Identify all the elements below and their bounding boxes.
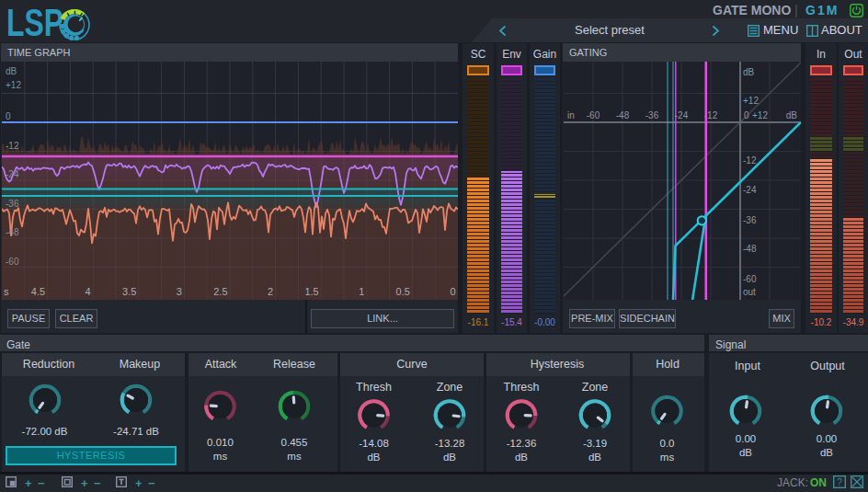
svg-text:LSP: LSP bbox=[6, 1, 63, 42]
svg-text:+12: +12 bbox=[752, 110, 768, 120]
svg-text:-12: -12 bbox=[6, 141, 19, 151]
svg-text:0: 0 bbox=[6, 111, 11, 121]
svg-text:out: out bbox=[743, 287, 756, 297]
svg-text:4.5: 4.5 bbox=[31, 286, 45, 297]
svg-text:s: s bbox=[4, 286, 9, 297]
svg-text:?: ? bbox=[837, 477, 842, 487]
svg-text:2: 2 bbox=[268, 286, 273, 297]
svg-text:3.5: 3.5 bbox=[122, 286, 136, 297]
svg-text:4: 4 bbox=[86, 286, 91, 297]
svg-text:2.5: 2.5 bbox=[213, 286, 227, 297]
svg-text:+12: +12 bbox=[743, 96, 759, 106]
svg-text:-60: -60 bbox=[743, 274, 757, 284]
svg-text:-48: -48 bbox=[6, 227, 19, 237]
svg-text:-12: -12 bbox=[704, 110, 718, 120]
svg-text:dB: dB bbox=[743, 67, 755, 77]
svg-text:-60: -60 bbox=[6, 257, 19, 267]
svg-text:-24: -24 bbox=[743, 185, 757, 195]
svg-text:-36: -36 bbox=[645, 110, 659, 120]
svg-text:-60: -60 bbox=[587, 110, 600, 120]
svg-text:-48: -48 bbox=[743, 244, 757, 254]
svg-text:1.5: 1.5 bbox=[304, 286, 318, 297]
svg-text:dB: dB bbox=[786, 110, 798, 120]
svg-text:0: 0 bbox=[744, 110, 749, 120]
svg-text:+12: +12 bbox=[6, 80, 21, 90]
svg-text:dB: dB bbox=[6, 66, 17, 76]
svg-text:-24: -24 bbox=[6, 169, 19, 179]
svg-text:-12: -12 bbox=[743, 155, 757, 166]
svg-text:1: 1 bbox=[359, 286, 364, 297]
svg-text:in: in bbox=[567, 110, 575, 120]
svg-text:0.5: 0.5 bbox=[396, 286, 410, 297]
svg-text:-24: -24 bbox=[675, 110, 689, 120]
svg-text:-48: -48 bbox=[616, 110, 630, 120]
svg-text:-36: -36 bbox=[743, 215, 757, 225]
svg-text:0: 0 bbox=[450, 286, 455, 297]
svg-text:3: 3 bbox=[177, 286, 182, 297]
svg-text:-36: -36 bbox=[6, 199, 19, 209]
